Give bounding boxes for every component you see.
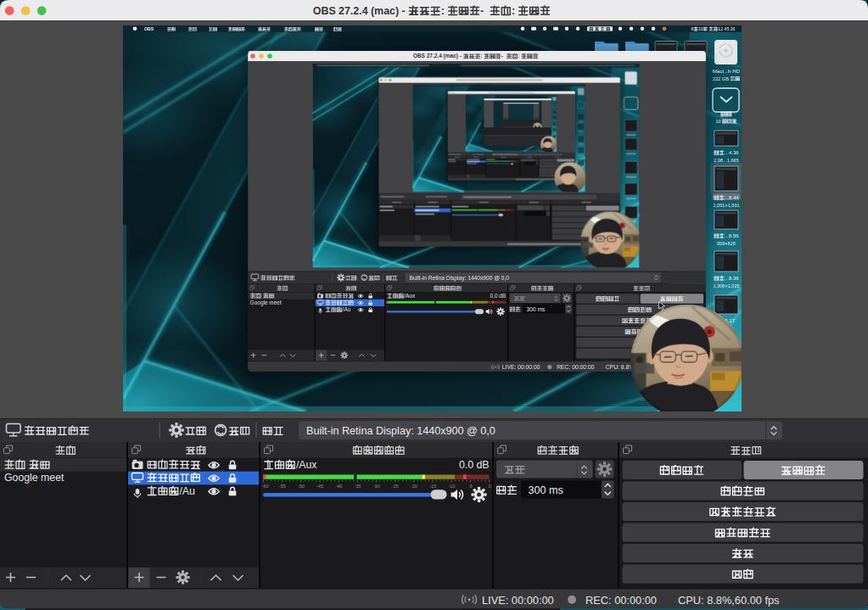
svg-text:-45: -45 — [316, 484, 323, 489]
svg-text:-55: -55 — [279, 484, 286, 489]
svg-text:-30: -30 — [373, 484, 380, 489]
svg-text:222 GB: 222 GB — [713, 76, 729, 81]
svg-text:OBS: OBS — [144, 26, 154, 31]
svg-text:-: - — [480, 5, 484, 17]
svg-text:300 ms: 300 ms — [527, 306, 546, 312]
svg-text:-35: -35 — [354, 484, 361, 489]
svg-text:Maci...h HD: Maci...h HD — [713, 68, 741, 74]
svg-text:-: - — [501, 53, 503, 59]
svg-text:6: 6 — [692, 26, 694, 31]
svg-text:OBS 27.2.4 (mac) -: OBS 27.2.4 (mac) - — [313, 5, 406, 17]
svg-text:-15: -15 — [429, 484, 436, 489]
svg-text:Google meet: Google meet — [250, 299, 282, 306]
svg-text:-50: -50 — [298, 484, 305, 489]
svg-text:10: 10 — [698, 26, 703, 31]
svg-text:/Aux: /Aux — [296, 459, 317, 471]
svg-text:300 ms: 300 ms — [529, 484, 563, 496]
svg-text:Built-in Retina Display: 1440x: Built-in Retina Display: 1440x900 @ 0,0 — [410, 275, 510, 282]
svg-text:-60: -60 — [262, 484, 269, 489]
svg-text::: : — [518, 53, 519, 59]
svg-text:-20: -20 — [411, 484, 417, 489]
svg-text:...8.36: ...8.36 — [725, 276, 739, 281]
svg-text:10: 10 — [715, 119, 720, 124]
svg-text:-10: -10 — [448, 484, 455, 489]
svg-text:0.0 dB: 0.0 dB — [490, 293, 507, 299]
svg-text:Built-in Retina Display: 1440x: Built-in Retina Display: 1440x900 @ 0,0 — [306, 425, 496, 437]
svg-text:REC: 00:00:00: REC: 00:00:00 — [585, 594, 657, 607]
svg-text:/Au: /Au — [179, 485, 195, 497]
svg-text:/Au: /Au — [343, 306, 351, 312]
svg-text::: : — [441, 5, 445, 17]
svg-text:...8.44: ...8.44 — [725, 195, 739, 200]
svg-text:LIVE: 00:00:00: LIVE: 00:00:00 — [482, 594, 554, 607]
svg-text:Google meet: Google meet — [4, 472, 64, 484]
svg-text:12 45 26: 12 45 26 — [718, 26, 735, 31]
svg-text:0: 0 — [488, 484, 490, 489]
svg-text:1,051×1,501: 1,051×1,501 — [713, 203, 739, 208]
svg-text:1,306×1,025: 1,306×1,025 — [713, 283, 739, 288]
svg-text:-5: -5 — [468, 484, 473, 489]
svg-text:...4.36: ...4.36 — [725, 150, 739, 155]
svg-text:LIVE: 00:00:00: LIVE: 00:00:00 — [502, 364, 540, 370]
svg-text::: : — [480, 53, 482, 59]
svg-text:-40: -40 — [335, 484, 342, 489]
svg-text:REC: 00:00:00: REC: 00:00:00 — [557, 364, 595, 370]
svg-text:2,98...1,665: 2,98...1,665 — [714, 158, 739, 163]
svg-text:/Aux: /Aux — [404, 293, 416, 299]
svg-text:-25: -25 — [392, 484, 399, 489]
svg-text:999×828: 999×828 — [717, 241, 736, 246]
svg-text::: : — [512, 5, 515, 17]
svg-text:OBS 27.2.4 (mac) -: OBS 27.2.4 (mac) - — [413, 53, 462, 59]
svg-text:...8.56: ...8.56 — [725, 233, 739, 238]
svg-text:CPU: 8.8%,60.00 fps: CPU: 8.8%,60.00 fps — [678, 594, 780, 607]
svg-text:0.0 dB: 0.0 dB — [459, 459, 490, 471]
